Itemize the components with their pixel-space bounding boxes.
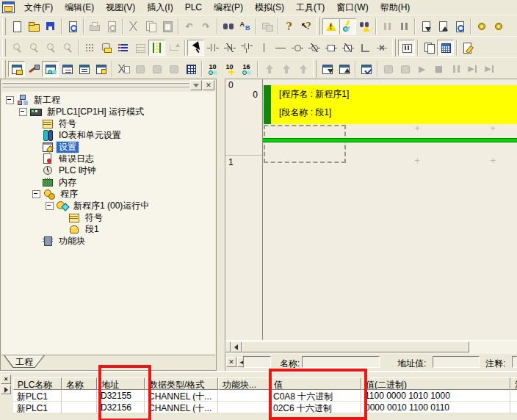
scrollbar-thumb[interactable] <box>242 341 469 352</box>
menu-item-3[interactable]: 插入(I) <box>141 1 178 15</box>
new-file-button[interactable] <box>8 18 25 35</box>
rung0-margin-cell[interactable]: 0 0 <box>225 79 262 156</box>
panel-dropdown-button[interactable] <box>190 80 202 90</box>
menu-item-7[interactable]: 工具(T) <box>290 1 330 15</box>
io-table-button[interactable] <box>182 61 199 77</box>
infobar-close-button[interactable]: ✕ <box>226 357 236 367</box>
watch-close-button[interactable]: ✕ <box>1 374 11 384</box>
menu-item-6[interactable]: 模拟(S) <box>249 1 290 15</box>
tree-expand-minus[interactable] <box>32 190 40 198</box>
name-input[interactable] <box>302 356 380 368</box>
new-or-contact-button[interactable] <box>238 40 255 56</box>
pause-button[interactable] <box>395 18 412 35</box>
toggle-watch-window-button[interactable] <box>42 61 59 77</box>
force-reset-tool-button[interactable] <box>490 18 507 35</box>
delete-line-button[interactable] <box>373 40 390 56</box>
window-transfer-down-button[interactable] <box>319 61 336 77</box>
find-button[interactable] <box>220 18 236 35</box>
tree-item-9[interactable]: 新程序1 (00)运行中 <box>1 200 215 211</box>
tree-item-8[interactable]: 程序 <box>1 188 215 200</box>
menu-item-4[interactable]: PLC <box>179 1 208 15</box>
monitor-decimal-button[interactable] <box>204 61 221 77</box>
new-contact-button[interactable] <box>204 40 221 56</box>
column-header-5[interactable]: 值 <box>270 377 361 390</box>
table-row-0[interactable]: 新PLC1D32155CHANNEL (十...C0A8 十六进制1100 00… <box>13 390 517 402</box>
open-file-button[interactable] <box>25 18 42 35</box>
properties-button[interactable] <box>93 61 109 77</box>
tree-item-7[interactable]: 内存 <box>1 176 215 188</box>
clock-monitor-button[interactable] <box>437 40 454 56</box>
save-button[interactable] <box>42 18 59 35</box>
tree-expand-minus[interactable] <box>6 96 14 104</box>
toggle-grid-button[interactable] <box>81 40 98 56</box>
new-inverted-instruction-button[interactable] <box>339 40 356 56</box>
toggle-project-window-button[interactable] <box>8 61 25 77</box>
tree-item-2[interactable]: 符号 <box>1 117 215 129</box>
tree-item-10[interactable]: 符号 <box>1 211 215 223</box>
force-decimal-button[interactable] <box>221 61 238 77</box>
column-header-6[interactable]: 值(二进制) <box>361 377 510 390</box>
toggle-output-window-button[interactable] <box>76 61 93 77</box>
watch-collapse-button[interactable] <box>1 385 11 394</box>
tree-expand-minus[interactable] <box>46 202 54 210</box>
work-online-button[interactable] <box>322 18 339 35</box>
new-instruction-button[interactable] <box>322 40 339 56</box>
new-horizontal-line-button[interactable] <box>272 40 289 56</box>
tree-item-11[interactable]: 段1 <box>1 223 215 235</box>
new-closed-coil-button[interactable] <box>306 40 322 56</box>
tree-item-4[interactable]: 设置 <box>1 141 215 153</box>
force-set-tool-button[interactable] <box>473 18 490 35</box>
new-corner-button[interactable] <box>356 40 373 56</box>
select-mode-button[interactable] <box>187 40 204 56</box>
column-header-4[interactable]: 功能块... <box>218 377 270 390</box>
tree-item-12[interactable]: 功能块 <box>1 235 215 247</box>
column-header-1[interactable]: 名称 <box>62 377 97 390</box>
monitor-hex-button[interactable] <box>238 61 255 77</box>
window-transfer-up-button[interactable] <box>336 61 352 77</box>
transfer-to-plc-button[interactable] <box>417 18 434 35</box>
address-value-input[interactable] <box>433 356 480 368</box>
new-vertical-line-button[interactable] <box>255 40 272 56</box>
panel-close-button[interactable]: ✕ <box>203 80 214 90</box>
vertical-splitter[interactable] <box>217 79 225 371</box>
selected-cell-marquee[interactable] <box>264 125 346 163</box>
address-reference-button[interactable] <box>115 40 131 56</box>
build-button[interactable] <box>25 61 42 77</box>
rung-comment-block[interactable]: [程序名 : 新程序1] [段名称 : 段1] <box>264 85 517 124</box>
monitor-find-button[interactable] <box>356 18 373 35</box>
tree-item-1[interactable]: 新PLC1[CP1H] 运行模式 <box>1 106 215 117</box>
context-help-button[interactable] <box>297 18 314 35</box>
table-row-1[interactable]: 新PLC1D32156CHANNEL (十...02C6 十六进制0000 00… <box>13 402 517 413</box>
show-comments-button[interactable] <box>98 40 115 56</box>
menu-item-5[interactable]: 编程(P) <box>208 1 249 15</box>
tree-item-3[interactable]: IO表和单元设置 <box>1 129 215 141</box>
rung-margin-button[interactable] <box>148 40 165 56</box>
cross-reference-button[interactable] <box>59 61 76 77</box>
new-closed-contact-button[interactable] <box>221 40 238 56</box>
view-document-button[interactable] <box>64 18 81 35</box>
pause-monitor-box-button[interactable] <box>398 40 415 56</box>
compile-program-button[interactable] <box>115 61 131 77</box>
replace-button[interactable] <box>236 18 253 35</box>
comment-input[interactable] <box>512 356 517 368</box>
column-header-0[interactable]: PLC名称 <box>13 377 62 390</box>
menu-item-9[interactable]: 帮助(H) <box>375 1 416 15</box>
panel-gripper[interactable] <box>2 82 189 89</box>
compare-programs-button[interactable] <box>420 40 437 56</box>
column-header-7[interactable]: 注释 <box>510 377 517 390</box>
column-header-3[interactable]: 数据类型/格式 <box>145 377 218 390</box>
monitor-mode-button[interactable] <box>339 18 356 35</box>
transfer-from-plc-button[interactable] <box>434 18 451 35</box>
ladder-window-icon[interactable] <box>2 1 15 13</box>
menu-item-2[interactable]: 视图(V) <box>100 1 141 15</box>
help-button[interactable] <box>281 18 297 35</box>
new-coil-button[interactable] <box>289 40 306 56</box>
tree-item-6[interactable]: PLC 时钟 <box>1 164 215 176</box>
menu-item-1[interactable]: 编辑(E) <box>59 1 100 15</box>
edit-comment-button[interactable] <box>459 40 476 56</box>
menu-item-0[interactable]: 文件(F) <box>18 1 59 15</box>
scroll-left-arrow[interactable] <box>231 341 242 352</box>
tree-item-5[interactable]: 错误日志 <box>1 153 215 164</box>
menu-item-8[interactable]: 窗口(W) <box>330 1 374 15</box>
compare-with-plc-button[interactable] <box>451 18 468 35</box>
